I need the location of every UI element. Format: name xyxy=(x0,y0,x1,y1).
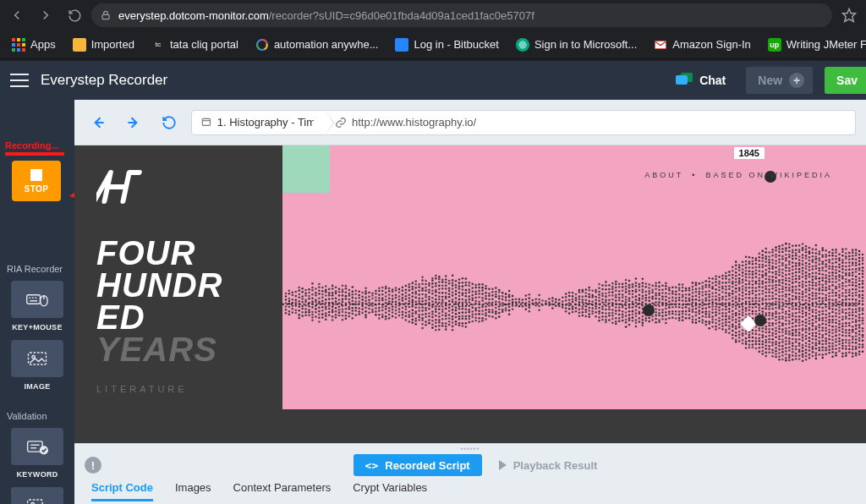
event-dot[interactable] xyxy=(754,315,766,326)
event-dot[interactable] xyxy=(643,304,655,316)
svg-point-2636 xyxy=(858,254,861,256)
keyword-button[interactable] xyxy=(11,428,63,465)
svg-point-2050 xyxy=(798,282,801,284)
svg-point-1817 xyxy=(775,327,777,330)
new-button[interactable]: New + xyxy=(746,67,813,94)
svg-point-2121 xyxy=(805,281,808,283)
svg-point-1010 xyxy=(625,311,628,314)
svg-point-939 xyxy=(608,288,611,291)
svg-point-459 xyxy=(428,308,430,310)
bookmark-bitbucket[interactable]: Log in - Bitbucket xyxy=(388,33,505,57)
svg-point-571 xyxy=(452,312,454,315)
svg-point-545 xyxy=(445,328,447,331)
svg-point-647 xyxy=(469,318,471,320)
breadcrumb-page[interactable]: 1. Histography - Tim xyxy=(191,110,326,135)
bookmark-tata[interactable]: tctata cliq portal xyxy=(145,33,245,57)
bookmark-microsoft[interactable]: Sign in to Microsoft... xyxy=(509,33,644,57)
svg-point-1071 xyxy=(642,288,644,291)
svg-point-1591 xyxy=(752,300,754,303)
bookmark-automation[interactable]: automation anywhe... xyxy=(249,33,386,57)
menu-button[interactable] xyxy=(10,74,29,87)
bookmark-amazon[interactable]: Amazon Sign-In xyxy=(647,33,758,57)
svg-point-2323 xyxy=(825,282,827,285)
svg-point-1313 xyxy=(708,296,710,299)
svg-point-2056 xyxy=(798,301,801,304)
about-link[interactable]: ABOUT xyxy=(644,171,683,179)
ria-image-button[interactable] xyxy=(11,340,63,377)
svg-point-2183 xyxy=(812,260,814,263)
svg-point-828 xyxy=(568,292,571,294)
svg-point-2689 xyxy=(862,327,864,330)
svg-point-1473 xyxy=(738,264,741,266)
svg-point-2444 xyxy=(838,260,841,262)
svg-point-1250 xyxy=(692,309,694,311)
svg-point-1038 xyxy=(632,314,634,316)
svg-point-597 xyxy=(458,299,461,301)
svg-point-1603 xyxy=(752,340,754,342)
svg-point-1619 xyxy=(755,300,758,303)
ws-reload-button[interactable] xyxy=(156,109,183,136)
bookmark-jmeter[interactable]: upWriting JMeter Fun... xyxy=(761,33,866,57)
validation-image-button[interactable] xyxy=(11,487,63,504)
svg-point-2442 xyxy=(838,253,841,255)
svg-point-1833 xyxy=(778,265,781,267)
svg-point-2370 xyxy=(828,335,830,337)
svg-point-1073 xyxy=(642,295,644,298)
svg-point-2652 xyxy=(858,307,861,310)
url-field[interactable]: http://www.histography.io/ xyxy=(326,110,856,135)
bookmark-imported[interactable]: Imported xyxy=(66,33,141,57)
svg-point-1948 xyxy=(788,293,791,296)
chat-button[interactable]: Chat xyxy=(667,73,734,88)
svg-point-1147 xyxy=(661,296,664,299)
svg-point-805 xyxy=(548,298,551,300)
svg-point-1631 xyxy=(755,340,758,342)
svg-point-439 xyxy=(425,287,427,289)
svg-point-2481 xyxy=(841,277,844,280)
svg-point-2347 xyxy=(828,259,830,261)
ws-forward-button[interactable] xyxy=(120,109,147,136)
tab-context[interactable]: Context Parameters xyxy=(233,481,332,501)
favicon-ms xyxy=(516,38,529,52)
svg-point-1970 xyxy=(792,249,794,251)
browser-back-button[interactable] xyxy=(5,3,29,27)
apps-button[interactable]: Apps xyxy=(5,33,63,57)
tab-images[interactable]: Images xyxy=(175,481,211,501)
svg-point-1745 xyxy=(768,305,770,308)
info-icon[interactable]: ! xyxy=(85,457,101,474)
svg-point-1360 xyxy=(718,293,721,296)
svg-point-1269 xyxy=(699,288,701,290)
svg-point-2401 xyxy=(831,332,834,335)
svg-point-772 xyxy=(515,301,518,304)
svg-point-1588 xyxy=(752,290,754,293)
ws-back-button[interactable] xyxy=(85,109,112,136)
tab-crypt[interactable]: Crypt Variables xyxy=(353,481,427,501)
bookmark-star-icon[interactable] xyxy=(837,3,861,27)
svg-point-976 xyxy=(618,283,621,286)
keymouse-button[interactable] xyxy=(11,281,63,318)
tab-script-code[interactable]: Script Code xyxy=(91,481,153,501)
svg-point-1033 xyxy=(632,296,634,299)
browser-reload-button[interactable] xyxy=(63,3,86,27)
svg-point-2243 xyxy=(815,348,818,350)
address-bar[interactable]: everystep.dotcom-monitor.com/recorder?sU… xyxy=(91,3,832,27)
svg-point-982 xyxy=(618,303,621,305)
svg-point-2328 xyxy=(825,299,827,302)
save-button[interactable]: Sav xyxy=(825,67,866,94)
svg-point-832 xyxy=(568,304,571,307)
svg-point-2441 xyxy=(835,354,837,357)
svg-point-2527 xyxy=(845,322,847,325)
resize-handle[interactable]: ▪▪▪▪▪▪ xyxy=(74,444,866,452)
svg-point-1952 xyxy=(788,307,791,310)
svg-point-930 xyxy=(605,299,607,302)
svg-point-1387 xyxy=(721,328,724,331)
svg-point-1260 xyxy=(695,299,698,301)
svg-point-2458 xyxy=(838,306,841,309)
svg-point-2019 xyxy=(795,296,797,299)
stop-button[interactable]: STOP xyxy=(12,161,61,201)
svg-point-455 xyxy=(428,296,430,299)
recorded-script-tab[interactable]: <> Recorded Script xyxy=(354,454,482,476)
browser-forward-button[interactable] xyxy=(34,3,58,27)
svg-point-698 xyxy=(485,288,487,290)
svg-point-670 xyxy=(474,313,477,315)
svg-point-781 xyxy=(525,299,528,301)
